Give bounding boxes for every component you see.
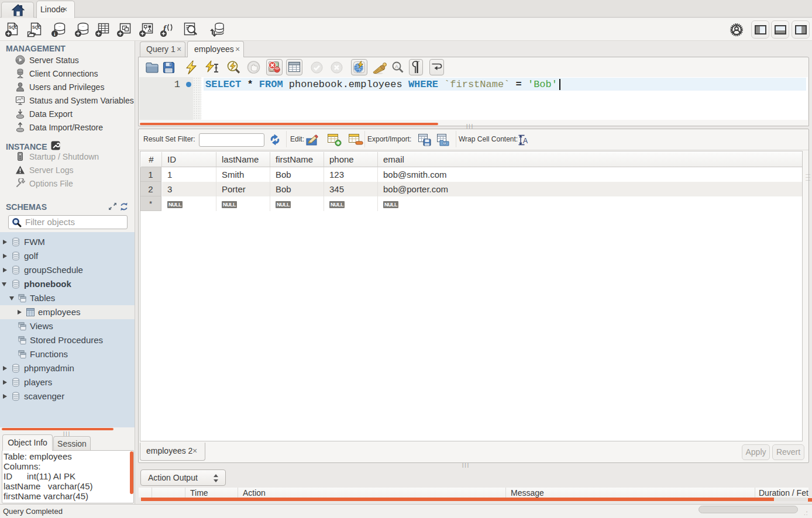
svg-text:A: A <box>395 64 398 70</box>
svg-text:SQL: SQL <box>9 25 18 30</box>
svg-text:SQL: SQL <box>32 25 41 30</box>
svg-text:A: A <box>523 137 528 145</box>
